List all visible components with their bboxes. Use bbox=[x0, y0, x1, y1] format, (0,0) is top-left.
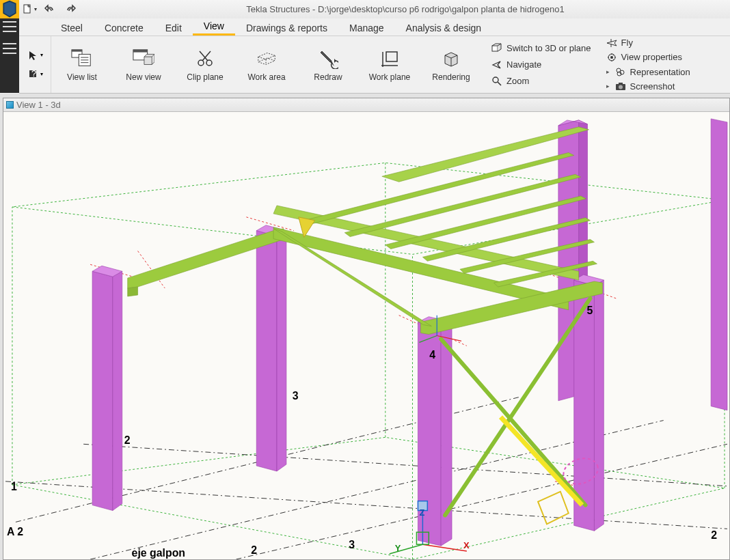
new-view-icon bbox=[133, 48, 154, 70]
svg-rect-31 bbox=[619, 83, 623, 85]
svg-point-30 bbox=[619, 85, 623, 89]
view-list-icon bbox=[71, 48, 93, 70]
ribbon-tabs: SteelConcreteEditViewDrawings & reportsM… bbox=[19, 18, 730, 36]
svg-text:Y: Y bbox=[395, 543, 401, 553]
redraw-button[interactable]: Redraw bbox=[297, 36, 359, 93]
view-title-text: View 1 - 3d bbox=[16, 100, 61, 110]
navigate-label: Navigate bbox=[506, 59, 541, 70]
view-properties-label: View properties bbox=[621, 52, 682, 62]
svg-text:3: 3 bbox=[349, 539, 355, 550]
navigate-button[interactable]: Navigate bbox=[489, 57, 594, 72]
svg-line-49 bbox=[501, 417, 582, 505]
redraw-icon bbox=[317, 48, 339, 70]
work-plane-button[interactable]: Work plane bbox=[359, 36, 420, 93]
svg-text:2: 2 bbox=[124, 434, 131, 446]
view-icon bbox=[6, 101, 14, 109]
work-area-icon bbox=[256, 48, 278, 70]
fly-button[interactable]: Fly bbox=[604, 36, 693, 49]
fly-label: Fly bbox=[621, 38, 633, 48]
svg-point-22 bbox=[493, 77, 498, 83]
tab-steel[interactable]: Steel bbox=[50, 20, 94, 36]
redo-button[interactable] bbox=[60, 0, 81, 18]
svg-text:X: X bbox=[463, 540, 470, 550]
ribbon: ▾ ?▾ View list New view Clip plane Work … bbox=[19, 36, 730, 94]
viewport-area: View 1 - 3d bbox=[0, 94, 730, 560]
side-menu-icon[interactable] bbox=[3, 43, 16, 54]
side-panel-collapsed[interactable] bbox=[0, 18, 19, 93]
view-properties-button[interactable]: View properties bbox=[604, 51, 693, 64]
svg-line-51 bbox=[422, 544, 467, 551]
tab-concrete[interactable]: Concrete bbox=[94, 20, 154, 36]
screenshot-button[interactable]: ▸ Screenshot bbox=[604, 80, 693, 93]
undo-button[interactable] bbox=[40, 0, 60, 18]
expand-icon: ▸ bbox=[606, 83, 610, 89]
svg-text:2: 2 bbox=[711, 529, 717, 541]
svg-text:A 2: A 2 bbox=[7, 526, 23, 537]
view-properties-icon bbox=[606, 52, 617, 63]
svg-text:2: 2 bbox=[251, 544, 257, 556]
screenshot-icon bbox=[615, 81, 626, 92]
view-list-label: View list bbox=[67, 72, 97, 82]
clip-plane-button[interactable]: Clip plane bbox=[174, 36, 236, 93]
quick-access-toolbar: ▾ bbox=[0, 0, 81, 18]
navigate-icon bbox=[491, 59, 502, 70]
view-title-bar[interactable]: View 1 - 3d bbox=[3, 98, 729, 112]
switch-3d-icon bbox=[491, 43, 502, 54]
clip-plane-icon bbox=[194, 48, 216, 70]
svg-rect-21 bbox=[492, 46, 498, 51]
svg-line-37 bbox=[83, 444, 727, 486]
screenshot-label: Screenshot bbox=[630, 81, 675, 92]
view-list-button[interactable]: View list bbox=[51, 36, 113, 93]
title-bar: ▾ Tekla Structures - D:\jorge\desktop\cu… bbox=[0, 0, 730, 18]
expand-icon: ▸ bbox=[606, 68, 610, 75]
fly-icon bbox=[606, 38, 617, 48]
app-logo[interactable] bbox=[0, 0, 19, 18]
rendering-icon bbox=[440, 48, 462, 70]
svg-text:3: 3 bbox=[293, 390, 299, 402]
representation-button[interactable]: ▸ Representation bbox=[604, 66, 693, 79]
zoom-icon bbox=[491, 76, 502, 87]
snap-tool[interactable]: ?▾ bbox=[25, 66, 46, 83]
svg-rect-10 bbox=[133, 49, 148, 52]
switch-3d-button[interactable]: Switch to 3D or plane bbox=[489, 41, 594, 56]
redraw-label: Redraw bbox=[314, 72, 342, 82]
new-view-button[interactable]: New view bbox=[113, 36, 174, 93]
tab-analysis-design[interactable]: Analysis & design bbox=[395, 20, 493, 36]
tab-drawings-reports[interactable]: Drawings & reports bbox=[235, 20, 338, 36]
svg-line-23 bbox=[498, 82, 501, 85]
svg-text:Z: Z bbox=[419, 507, 424, 518]
switch-3d-label: Switch to 3D or plane bbox=[506, 43, 591, 53]
tab-manage[interactable]: Manage bbox=[338, 20, 395, 36]
view-window: View 1 - 3d bbox=[3, 98, 730, 560]
clip-plane-label: Clip plane bbox=[187, 72, 223, 82]
svg-rect-20 bbox=[386, 52, 397, 61]
svg-rect-4 bbox=[72, 49, 82, 51]
tab-edit[interactable]: Edit bbox=[154, 20, 193, 36]
ribbon-small-group-2: Fly View properties ▸ Representation ▸ S… bbox=[601, 36, 700, 93]
zoom-label: Zoom bbox=[506, 76, 529, 86]
work-plane-label: Work plane bbox=[369, 72, 410, 82]
side-menu-icon[interactable] bbox=[3, 21, 16, 32]
svg-text:?: ? bbox=[31, 69, 36, 79]
rendering-button[interactable]: Rendering bbox=[420, 36, 482, 93]
ribbon-small-group-1: Switch to 3D or plane Navigate Zoom bbox=[482, 36, 601, 93]
representation-icon bbox=[615, 66, 626, 77]
representation-label: Representation bbox=[630, 67, 690, 77]
svg-text:1: 1 bbox=[11, 481, 17, 492]
svg-text:5: 5 bbox=[587, 305, 593, 316]
svg-text:eje galpon: eje galpon bbox=[132, 547, 185, 559]
select-tool[interactable]: ▾ bbox=[25, 47, 46, 64]
window-title: Tekla Structures - D:\jorge\desktop\curs… bbox=[81, 4, 730, 14]
file-button[interactable]: ▾ bbox=[19, 0, 40, 18]
selection-tools: ▾ ?▾ bbox=[21, 36, 51, 93]
rendering-label: Rendering bbox=[432, 72, 470, 82]
tab-view[interactable]: View bbox=[193, 18, 235, 36]
zoom-button[interactable]: Zoom bbox=[489, 74, 594, 89]
work-area-label: Work area bbox=[247, 72, 285, 82]
svg-point-25 bbox=[610, 56, 613, 59]
new-view-label: New view bbox=[126, 72, 161, 82]
svg-text:4: 4 bbox=[429, 349, 435, 361]
work-plane-icon bbox=[379, 48, 401, 70]
3d-canvas[interactable]: X Y Z 1 2 3 4 5 A 2 2 eje galp bbox=[3, 112, 729, 559]
work-area-button[interactable]: Work area bbox=[236, 36, 297, 93]
